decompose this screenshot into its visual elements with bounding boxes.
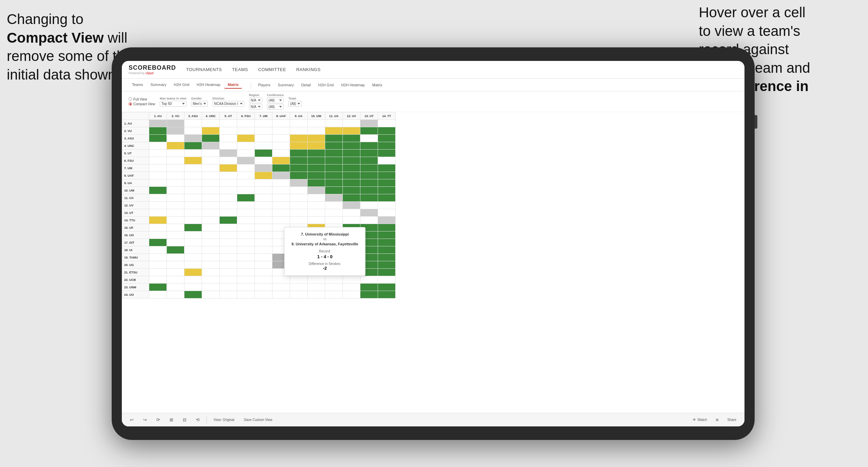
matrix-cell[interactable] — [220, 157, 237, 164]
undo-button[interactable]: ↩ — [127, 416, 136, 423]
matrix-cell[interactable] — [378, 209, 396, 217]
matrix-cell[interactable] — [149, 239, 167, 246]
matrix-cell[interactable] — [290, 127, 308, 135]
matrix-cell[interactable] — [272, 284, 290, 291]
matrix-cell[interactable] — [184, 202, 202, 209]
matrix-cell[interactable] — [272, 157, 290, 164]
matrix-cell[interactable] — [343, 179, 360, 187]
matrix-cell[interactable] — [308, 157, 325, 164]
matrix-cell[interactable] — [184, 135, 202, 142]
matrix-cell[interactable] — [378, 276, 396, 284]
matrix-cell[interactable] — [167, 120, 184, 127]
matrix-cell[interactable] — [220, 276, 237, 284]
matrix-cell[interactable] — [220, 187, 237, 194]
subtab-matrix-1[interactable]: Matrix — [224, 81, 242, 89]
matrix-cell[interactable] — [360, 276, 378, 284]
matrix-cell[interactable] — [220, 209, 237, 217]
matrix-cell[interactable] — [343, 276, 360, 284]
matrix-cell[interactable] — [378, 224, 396, 231]
filter-conference-select-2[interactable]: (All) — [267, 104, 284, 110]
nav-rankings[interactable]: RANKINGS — [296, 66, 320, 73]
matrix-cell[interactable] — [255, 127, 272, 135]
matrix-cell[interactable] — [237, 135, 255, 142]
matrix-cell[interactable] — [202, 187, 220, 194]
matrix-cell[interactable] — [220, 224, 237, 231]
matrix-cell[interactable] — [343, 187, 360, 194]
matrix-cell[interactable] — [167, 217, 184, 224]
filter-conference-select[interactable]: (All) — [267, 97, 284, 103]
matrix-cell[interactable] — [360, 157, 378, 164]
matrix-cell[interactable] — [167, 164, 184, 172]
layout-button[interactable]: ⊞ — [713, 417, 721, 423]
nav-committee[interactable]: COMMITTEE — [258, 66, 286, 73]
matrix-cell[interactable] — [220, 194, 237, 202]
matrix-cell[interactable] — [167, 150, 184, 157]
matrix-cell[interactable] — [202, 209, 220, 217]
matrix-cell[interactable] — [325, 209, 343, 217]
matrix-cell[interactable] — [255, 224, 272, 231]
matrix-cell[interactable] — [360, 194, 378, 202]
matrix-cell[interactable] — [237, 261, 255, 269]
matrix-cell[interactable] — [220, 239, 237, 246]
matrix-cell[interactable] — [237, 291, 255, 298]
matrix-cell[interactable] — [220, 202, 237, 209]
matrix-cell[interactable] — [184, 127, 202, 135]
matrix-cell[interactable] — [290, 276, 308, 284]
matrix-cell[interactable] — [343, 209, 360, 217]
matrix-cell[interactable] — [167, 269, 184, 276]
matrix-cell[interactable] — [308, 135, 325, 142]
matrix-cell[interactable] — [360, 142, 378, 150]
matrix-cell[interactable] — [325, 284, 343, 291]
matrix-cell[interactable] — [308, 217, 325, 224]
matrix-cell[interactable] — [220, 150, 237, 157]
matrix-cell[interactable] — [220, 246, 237, 254]
matrix-cell[interactable] — [360, 209, 378, 217]
matrix-cell[interactable] — [255, 217, 272, 224]
matrix-cell[interactable] — [202, 127, 220, 135]
matrix-cell[interactable] — [184, 120, 202, 127]
matrix-cell[interactable] — [255, 172, 272, 179]
matrix-cell[interactable] — [255, 239, 272, 246]
matrix-cell[interactable] — [255, 194, 272, 202]
matrix-cell[interactable] — [237, 224, 255, 231]
matrix-cell[interactable] — [308, 209, 325, 217]
matrix-cell[interactable] — [237, 194, 255, 202]
matrix-cell[interactable] — [290, 150, 308, 157]
matrix-cell[interactable] — [167, 209, 184, 217]
matrix-cell[interactable] — [343, 150, 360, 157]
matrix-cell[interactable] — [378, 135, 396, 142]
matrix-cell[interactable] — [343, 127, 360, 135]
matrix-cell[interactable] — [237, 120, 255, 127]
subtab-h2h-heatmap-1[interactable]: H2H Heatmap — [193, 81, 224, 89]
matrix-cell[interactable] — [237, 284, 255, 291]
matrix-cell[interactable] — [378, 291, 396, 298]
matrix-cell[interactable] — [290, 172, 308, 179]
matrix-cell[interactable] — [220, 291, 237, 298]
filter-team-select[interactable]: (All) — [288, 101, 302, 107]
matrix-cell[interactable] — [149, 284, 167, 291]
matrix-cell[interactable] — [378, 187, 396, 194]
subtab-h2h-grid-1[interactable]: H2H Grid — [170, 81, 193, 89]
matrix-cell[interactable] — [378, 231, 396, 239]
subtab-summary-1[interactable]: Summary — [147, 81, 170, 89]
matrix-cell[interactable] — [343, 157, 360, 164]
matrix-cell[interactable] — [290, 179, 308, 187]
subtab-h2h-heatmap-2[interactable]: H2H Heatmap — [338, 82, 368, 88]
radio-compact-view[interactable]: Compact View — [129, 102, 155, 106]
matrix-cell[interactable] — [149, 135, 167, 142]
matrix-cell[interactable] — [255, 284, 272, 291]
matrix-cell[interactable] — [184, 291, 202, 298]
matrix-cell[interactable] — [343, 284, 360, 291]
matrix-cell[interactable] — [237, 164, 255, 172]
matrix-cell[interactable] — [325, 202, 343, 209]
radio-full-view[interactable]: Full View — [129, 97, 155, 101]
matrix-cell[interactable] — [308, 291, 325, 298]
matrix-cell[interactable] — [237, 217, 255, 224]
matrix-cell[interactable] — [167, 157, 184, 164]
matrix-cell[interactable] — [184, 209, 202, 217]
matrix-cell[interactable] — [308, 276, 325, 284]
matrix-cell[interactable] — [202, 135, 220, 142]
matrix-cell[interactable] — [237, 276, 255, 284]
matrix-cell[interactable] — [325, 179, 343, 187]
matrix-cell[interactable] — [202, 284, 220, 291]
